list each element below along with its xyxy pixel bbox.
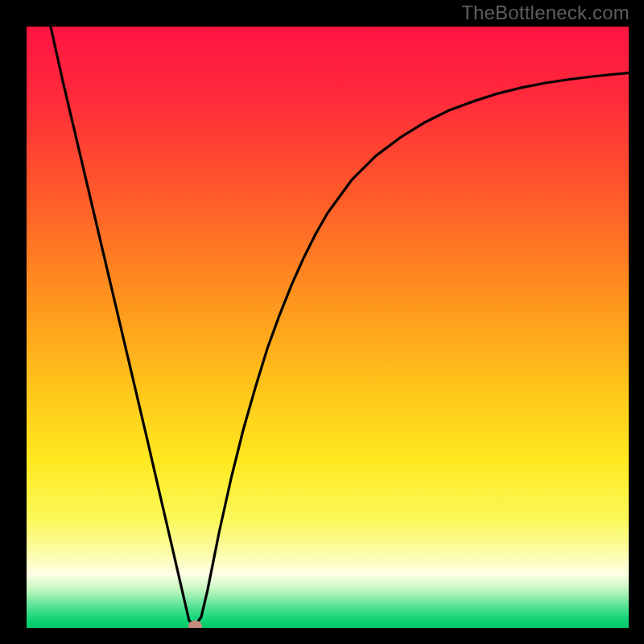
chart-frame: TheBottleneck.com xyxy=(0,0,644,644)
bottleneck-curve xyxy=(51,27,629,625)
watermark-text: TheBottleneck.com xyxy=(461,2,630,24)
curve-layer xyxy=(27,27,629,628)
plot-area xyxy=(27,27,629,628)
